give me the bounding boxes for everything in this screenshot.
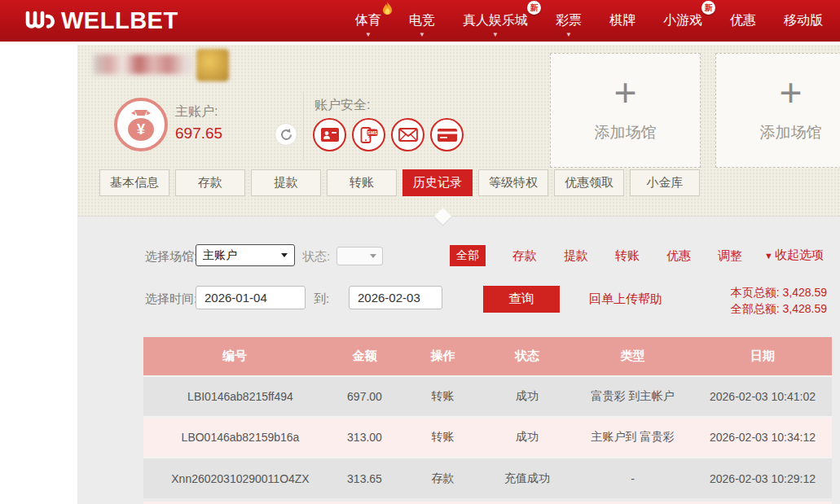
filter-promo[interactable]: 优惠 [666, 248, 691, 264]
wellbet-logo[interactable]: WELLBET [24, 9, 178, 33]
filter-all[interactable]: 全部 [450, 245, 486, 266]
nav-item-label: 优惠 [730, 12, 756, 29]
nav-item-mini-games[interactable]: 小游戏 新 [649, 0, 716, 42]
nav-item-board-games[interactable]: 棋牌 [596, 0, 649, 42]
chevron-down-icon [281, 253, 288, 257]
status-select[interactable] [336, 247, 383, 265]
amount-cell: 697.00 [326, 376, 403, 417]
chevron-down-icon: ▼ [419, 32, 425, 38]
new-badge: 新 [527, 1, 541, 15]
add-venue-card[interactable]: + 添加场馆 [550, 53, 701, 168]
tab-level-privilege[interactable]: 等级特权 [478, 169, 548, 196]
date-from-input[interactable] [196, 286, 306, 309]
tab-history[interactable]: 历史记录 [402, 169, 473, 196]
to-label: 到: [314, 291, 329, 307]
top-navbar: WELLBET 体育 ▼ 电竞 ▼ 真人娱乐城 新 ▼ 彩票 ▼ [0, 0, 840, 42]
nav-item-label: 小游戏 [663, 12, 702, 29]
add-venue-card[interactable]: + 添加场馆 [715, 53, 840, 168]
header-order-id: 编号 [143, 337, 326, 376]
account-tabs: 基本信息 存款 提款 转账 历史记录 等级特权 优惠领取 小金库 [99, 169, 700, 196]
account-panel: ¥ 主账户: 697.65 账户安全: [77, 45, 840, 216]
header-date: 日期 [693, 337, 832, 376]
nav-item-promotions[interactable]: 优惠 [716, 0, 770, 42]
venue-select-label: 选择场馆: [145, 249, 197, 265]
sms-phone-button[interactable]: SMS [352, 118, 385, 151]
filter-adjust[interactable]: 调整 [718, 248, 742, 264]
yuan-symbol: ¥ [137, 121, 145, 138]
status-cell: 充值成功 [482, 458, 572, 498]
chevron-down-icon: ▼ [764, 251, 773, 261]
tab-transfer[interactable]: 转账 [327, 169, 397, 196]
filter-transfer[interactable]: 转账 [615, 248, 640, 264]
page-total: 本页总额: 3,428.59 [731, 284, 827, 300]
filter-withdraw[interactable]: 提款 [564, 248, 588, 264]
operation-cell: 转账 [403, 417, 482, 458]
query-button[interactable]: 查询 [483, 286, 560, 313]
plus-icon: + [779, 77, 802, 108]
id-card-icon [321, 128, 339, 142]
receipt-upload-help-link[interactable]: 回单上传帮助 [589, 291, 662, 307]
tab-withdraw[interactable]: 提款 [251, 169, 321, 196]
wellbet-monogram-icon [24, 10, 59, 33]
amount-cell: 313.65 [326, 458, 403, 498]
nav-item-live-casino[interactable]: 真人娱乐城 新 ▼ [449, 0, 542, 42]
table-row: LBO0146ab82159b16a 313.00 转账 成功 主账户到 富贵彩… [143, 417, 832, 458]
date-cell: 2026-02-03 10:29:12 [693, 458, 832, 498]
page: WELLBET 体育 ▼ 电竞 ▼ 真人娱乐城 新 ▼ 彩票 ▼ [0, 0, 840, 504]
security-icons: SMS [313, 118, 464, 151]
date-to-input[interactable] [349, 286, 442, 309]
chevron-down-icon: ▼ [365, 32, 372, 38]
bank-card-button[interactable] [430, 118, 464, 151]
order-id-cell: LBO0146ab82159b16a [143, 417, 326, 458]
nav-item-label: 棋牌 [609, 12, 635, 29]
divider [303, 92, 304, 160]
type-filter-tabs: 全部 存款 提款 转账 优惠 调整 [450, 245, 742, 266]
all-total: 全部总额: 3,428.59 [731, 300, 827, 317]
flame-icon [382, 2, 393, 15]
header-type: 类型 [572, 337, 693, 376]
history-content: 选择场馆: 主账户 状态: 全部 存款 提款 转账 优惠 调整 ▼收起选项 选择… [77, 216, 840, 504]
totals-block: 本页总额: 3,428.59 全部总额: 3,428.59 [731, 284, 827, 317]
plus-icon: + [614, 77, 636, 108]
amount-cell: 313.00 [326, 417, 403, 458]
nav-item-mobile[interactable]: 移动版 [770, 0, 837, 42]
nav-item-label: 电竞 [409, 12, 435, 29]
collapse-options-label: 收起选项 [775, 248, 824, 261]
tab-promo-claim[interactable]: 优惠领取 [554, 169, 624, 196]
refresh-icon [279, 128, 293, 142]
chevron-down-icon [370, 254, 376, 258]
mail-button[interactable] [391, 118, 424, 151]
mail-icon [398, 128, 418, 142]
refresh-button[interactable] [275, 123, 297, 146]
order-id-cell: LBI0146ab8215ff494 [143, 376, 326, 417]
venue-select[interactable]: 主账户 [196, 244, 295, 266]
tab-deposit[interactable]: 存款 [175, 169, 245, 196]
tab-vault[interactable]: 小金库 [630, 169, 700, 196]
history-table: 编号 金额 操作 状态 类型 日期 LBI0146ab8215ff494 697… [143, 337, 832, 498]
user-avatar[interactable] [196, 49, 229, 81]
status-cell: 成功 [482, 417, 572, 458]
collapse-options-toggle[interactable]: ▼收起选项 [764, 248, 824, 263]
order-id-cell: Xnn26020310290011O4ZX [143, 458, 326, 498]
header-amount: 金额 [326, 337, 403, 376]
nav-item-esports[interactable]: 电竞 ▼ [395, 0, 449, 42]
operation-cell: 转账 [403, 376, 482, 417]
nav-item-sports[interactable]: 体育 ▼ [341, 0, 395, 42]
id-card-button[interactable] [313, 118, 346, 151]
bank-card-icon [438, 129, 457, 142]
nav-item-label: 移动版 [784, 12, 823, 29]
header-operation: 操作 [403, 337, 482, 376]
table-header-row: 编号 金额 操作 状态 类型 日期 [143, 337, 832, 376]
status-cell: 成功 [482, 376, 572, 417]
blurred-username [94, 55, 193, 74]
header-status: 状态 [482, 337, 572, 376]
nav-item-lottery[interactable]: 彩票 ▼ [542, 0, 596, 42]
sms-badge-text: SMS [367, 130, 377, 135]
filter-deposit[interactable]: 存款 [512, 248, 537, 264]
tab-basic-info[interactable]: 基本信息 [99, 169, 169, 196]
add-venue-label: 添加场馆 [760, 122, 822, 143]
table-row: LBI0146ab8215ff494 697.00 转账 成功 富贵彩 到主帐户… [143, 376, 832, 417]
add-venue-label: 添加场馆 [595, 122, 657, 143]
new-badge: 新 [701, 1, 715, 15]
date-cell: 2026-02-03 10:41:02 [693, 376, 832, 417]
